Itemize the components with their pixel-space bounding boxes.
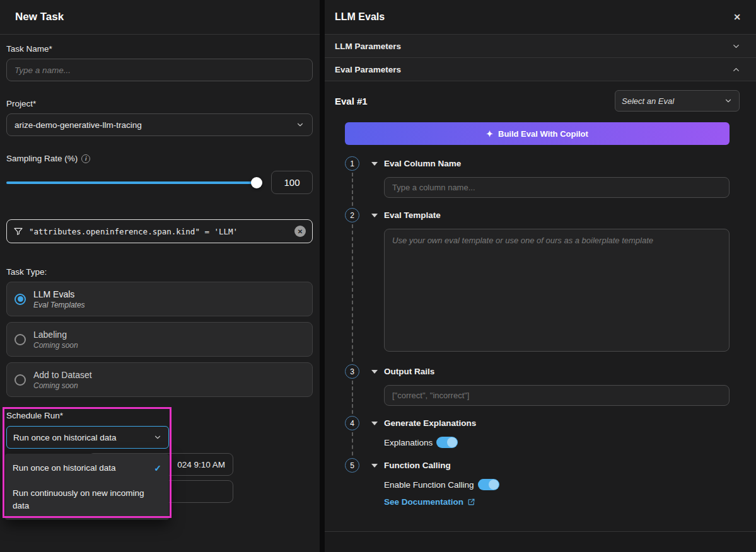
menu-item-run-once[interactable]: Run once on historical data ✓ bbox=[5, 456, 169, 481]
accordion-eval-parameters[interactable]: Eval Parameters bbox=[325, 58, 756, 81]
filter-chip[interactable]: "attributes.openinference.span.kind" = '… bbox=[6, 219, 313, 243]
eval-select-placeholder: Select an Eval bbox=[622, 96, 674, 106]
task-name-label: Task Name* bbox=[6, 44, 313, 54]
option-title: Labeling bbox=[33, 330, 78, 340]
sampling-rate-row: 100 bbox=[6, 171, 313, 194]
build-eval-copilot-button[interactable]: ✦ Build Eval With Copilot bbox=[345, 122, 730, 145]
filter-query: "attributes.openinference.span.kind" = '… bbox=[29, 227, 289, 236]
info-icon: i bbox=[81, 154, 90, 163]
close-icon[interactable]: ✕ bbox=[731, 9, 743, 25]
accordion-llm-parameters[interactable]: LLM Parameters bbox=[325, 35, 756, 58]
project-select-value: arize-demo-generative-llm-tracing bbox=[15, 120, 142, 130]
eval-heading-row: Eval #1 Select an Eval bbox=[325, 81, 756, 112]
llm-evals-header: LLM Evals ✕ bbox=[325, 0, 756, 35]
chevron-down-icon bbox=[724, 96, 733, 105]
project-label: Project* bbox=[6, 99, 313, 108]
option-title: LLM Evals bbox=[33, 289, 85, 299]
external-link-icon bbox=[467, 498, 475, 506]
new-task-header: New Task bbox=[0, 0, 320, 35]
caret-down-icon bbox=[371, 214, 378, 217]
function-calling-toggle[interactable] bbox=[478, 479, 499, 490]
panel-title: LLM Evals bbox=[335, 11, 385, 23]
caret-down-icon bbox=[371, 370, 378, 374]
eval-column-name-input[interactable] bbox=[384, 177, 730, 198]
schedule-run-dropdown-menu: Run once on historical data ✓ Run contin… bbox=[5, 454, 169, 520]
step-number-badge: 2 bbox=[345, 208, 359, 222]
step-output-rails: 3 Output Rails bbox=[345, 364, 730, 416]
funnel-icon bbox=[13, 226, 23, 236]
task-type-option-add-to-dataset[interactable]: Add to Dataset Coming soon bbox=[6, 362, 313, 397]
start-datetime-partial: 024 9:10 AM bbox=[177, 460, 225, 469]
function-calling-toggle-label: Enable Function Calling bbox=[384, 480, 474, 490]
see-documentation-link[interactable]: See Documentation bbox=[384, 497, 475, 507]
caret-down-icon bbox=[371, 464, 378, 468]
eval-steps: 1 Eval Column Name 2 Eval Templa bbox=[345, 156, 730, 517]
screen: New Task Task Name* Project* arize-demo-… bbox=[0, 0, 756, 552]
schedule-run-label: Schedule Run* bbox=[6, 411, 63, 420]
chevron-down-icon bbox=[731, 42, 741, 51]
new-task-panel: New Task Task Name* Project* arize-demo-… bbox=[0, 0, 320, 552]
schedule-run-select[interactable]: Run once on historical data bbox=[6, 426, 169, 449]
task-type-options: LLM Evals Eval Templates Labeling Coming… bbox=[6, 282, 313, 397]
schedule-run-section: Schedule Run* 024 9:10 AM Run once on hi… bbox=[6, 407, 313, 552]
chevron-up-icon bbox=[731, 65, 741, 74]
step-header[interactable]: Generate Explanations bbox=[371, 416, 730, 430]
check-icon: ✓ bbox=[154, 462, 161, 474]
task-type-label: Task Type: bbox=[6, 267, 313, 277]
step-header[interactable]: Output Rails bbox=[371, 364, 730, 379]
task-type-option-labeling[interactable]: Labeling Coming soon bbox=[6, 322, 313, 357]
chevron-down-icon bbox=[296, 120, 305, 129]
step-number-badge: 1 bbox=[345, 156, 359, 171]
output-rails-input[interactable] bbox=[384, 385, 730, 406]
step-header[interactable]: Function Calling bbox=[371, 458, 730, 473]
slider-handle[interactable] bbox=[251, 177, 262, 188]
llm-evals-panel: LLM Evals ✕ LLM Parameters Eval Paramete… bbox=[325, 0, 756, 552]
panel-footer bbox=[325, 531, 756, 552]
schedule-run-select-value: Run once on historical data bbox=[13, 433, 117, 442]
explanations-toggle-label: Explanations bbox=[384, 438, 433, 447]
option-subtitle: Eval Templates bbox=[33, 301, 85, 309]
step-number-badge: 3 bbox=[345, 364, 359, 379]
radio-selected-icon[interactable] bbox=[15, 294, 26, 305]
eval-select[interactable]: Select an Eval bbox=[615, 90, 740, 112]
menu-item-run-continuously[interactable]: Run continuously on new incoming data bbox=[5, 481, 169, 518]
option-subtitle: Coming soon bbox=[33, 341, 78, 350]
sparkle-icon: ✦ bbox=[486, 129, 493, 139]
sampling-rate-label: Sampling Rate (%) i bbox=[6, 154, 313, 163]
step-header[interactable]: Eval Template bbox=[371, 208, 730, 222]
slider-track bbox=[6, 181, 262, 184]
eval-title: Eval #1 bbox=[335, 96, 368, 106]
step-number-badge: 5 bbox=[345, 458, 359, 473]
eval-template-textarea[interactable] bbox=[384, 229, 730, 352]
copilot-button-label: Build Eval With Copilot bbox=[498, 129, 588, 139]
caret-down-icon bbox=[371, 422, 378, 425]
step-header[interactable]: Eval Column Name bbox=[371, 156, 730, 171]
step-eval-template: 2 Eval Template bbox=[345, 208, 730, 364]
new-task-form: Task Name* Project* arize-demo-generativ… bbox=[0, 44, 320, 552]
clear-filter-icon[interactable]: ✕ bbox=[294, 226, 306, 237]
caret-down-icon bbox=[371, 162, 378, 166]
page-title: New Task bbox=[15, 11, 64, 23]
task-name-input[interactable] bbox=[6, 59, 313, 81]
step-generate-explanations: 4 Generate Explanations Explanations bbox=[345, 416, 730, 458]
option-subtitle: Coming soon bbox=[33, 381, 92, 390]
sampling-rate-value[interactable]: 100 bbox=[271, 171, 313, 194]
step-function-calling: 5 Function Calling Enable Function Calli… bbox=[345, 458, 730, 517]
explanations-toggle[interactable] bbox=[436, 437, 458, 448]
sampling-rate-slider[interactable] bbox=[6, 177, 262, 188]
chevron-down-icon bbox=[153, 433, 162, 442]
option-title: Add to Dataset bbox=[33, 370, 92, 380]
step-eval-column-name: 1 Eval Column Name bbox=[345, 156, 730, 208]
task-type-option-llm-evals[interactable]: LLM Evals Eval Templates bbox=[6, 282, 313, 316]
step-number-badge: 4 bbox=[345, 416, 359, 430]
project-select[interactable]: arize-demo-generative-llm-tracing bbox=[6, 113, 313, 136]
radio-icon[interactable] bbox=[15, 374, 26, 386]
radio-icon[interactable] bbox=[15, 334, 26, 345]
